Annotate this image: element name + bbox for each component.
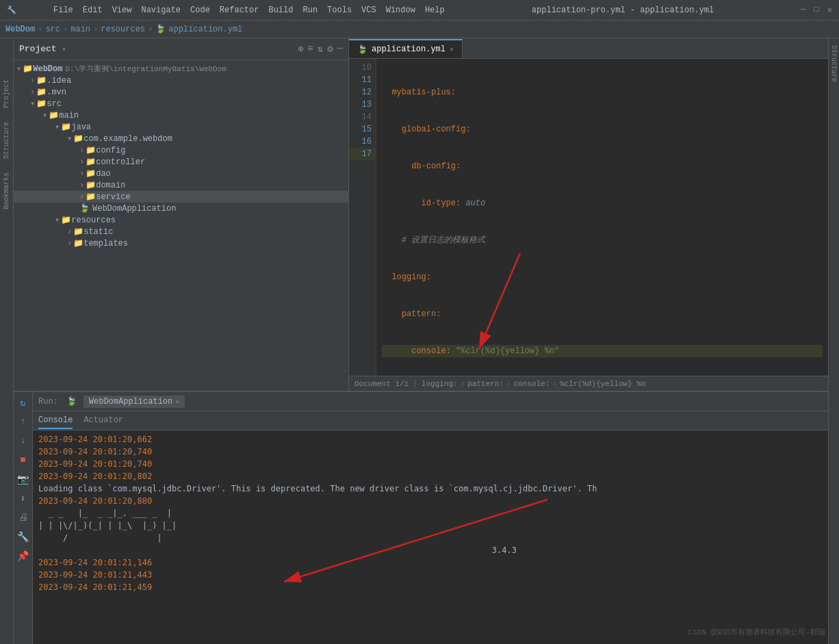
console-line-banner1: _ _ |_ _ _|_. ___ _ | [38, 507, 823, 519]
menu-edit[interactable]: Edit [83, 5, 103, 15]
code-text-12: db-config: [382, 160, 461, 172]
code-line-17: console: "%clr(%d){yellow} %n" [382, 345, 823, 357]
menu-code[interactable]: Code [190, 5, 210, 15]
main-folder-icon: 📁 [49, 110, 59, 120]
locate-file-icon[interactable]: ⊕ [298, 43, 303, 55]
run-tab-app-close[interactable]: ✕ [175, 398, 179, 406]
root-label: WebDom [33, 64, 62, 74]
line-numbers: 10 11 12 13 14 15 16 17 [349, 59, 376, 376]
tree-item-src[interactable]: ▾ 📁 src [14, 98, 348, 110]
tree-item-service[interactable]: › 📁 service [14, 191, 348, 203]
title-bar: 🔧 File Edit View Navigate Code Refactor … [0, 0, 839, 21]
tree-item-idea[interactable]: › 📁 .idea [14, 75, 348, 86]
sort-icon[interactable]: ⇅ [318, 43, 323, 55]
settings-icon[interactable]: ⚙ [327, 43, 333, 55]
breadcrumb-webdom[interactable]: WebDom [5, 25, 35, 34]
print-button[interactable]: 🖨 [16, 510, 31, 525]
idea-folder-icon: 📁 [36, 75, 47, 86]
console-line-13: 2023-09-24 20:01:21,146 [38, 556, 823, 569]
tree-item-dao[interactable]: › 📁 dao [14, 168, 348, 179]
console-tab-console[interactable]: Console [38, 413, 73, 429]
tree-root[interactable]: ▾ 📁 WebDom D:\学习案例\integrationMyBatis\We… [14, 63, 348, 75]
close-button[interactable]: ✕ [827, 5, 832, 15]
code-line-10: mybatis-plus: [382, 86, 823, 99]
screenshot-button[interactable]: 📷 [16, 472, 31, 487]
menu-vcs[interactable]: VCS [361, 5, 376, 15]
code-line-13: id-type: auto [382, 197, 823, 209]
menu-bar[interactable]: File Edit View Navigate Code Refactor Bu… [53, 5, 445, 15]
bookmarks-gutter-label[interactable]: Bookmarks [3, 172, 10, 209]
tree-item-java[interactable]: ▾ 📁 java [14, 121, 348, 133]
controller-label: controller [96, 157, 145, 167]
tree-item-templates[interactable]: › 📁 templates [14, 237, 348, 249]
config-expand-icon: › [79, 146, 84, 155]
tree-item-resources[interactable]: ▾ 📁 resources [14, 214, 348, 226]
line-num-12: 12 [349, 86, 376, 99]
domain-expand-icon: › [79, 181, 84, 190]
tree-item-app[interactable]: 🍃 WebDomApplication [14, 203, 348, 214]
scroll-down-button[interactable]: ↓ [16, 433, 31, 448]
scroll-up-button[interactable]: ↑ [16, 414, 31, 429]
menu-file[interactable]: File [53, 5, 73, 15]
menu-view[interactable]: View [112, 5, 132, 15]
console-tab-actuator[interactable]: Actuator [83, 413, 123, 429]
yml-tab-close[interactable]: ✕ [450, 45, 454, 53]
breadcrumb-sep-2: › [63, 25, 68, 34]
dao-expand-icon: › [79, 169, 84, 179]
java-collapse-icon: ▾ [55, 122, 60, 132]
menu-navigate[interactable]: Navigate [141, 5, 181, 15]
menu-tools[interactable]: Tools [327, 5, 352, 15]
src-collapse-icon: ▾ [30, 99, 35, 109]
stop-button[interactable]: ■ [16, 452, 31, 467]
package-folder-icon: 📁 [73, 133, 83, 144]
resources-folder-icon: 📁 [61, 215, 71, 225]
minimize-button[interactable]: ─ [801, 5, 805, 15]
root-path: D:\学习案例\integrationMyBatis\WebDom [65, 64, 226, 74]
console-line-2: 2023-09-24 20:01:20,740 [38, 458, 823, 470]
console-line-14: 2023-09-24 20:01:21,443 [38, 569, 823, 581]
static-expand-icon: › [67, 227, 72, 237]
tree-item-static[interactable]: › 📁 static [14, 226, 348, 237]
project-gutter-label[interactable]: Project [3, 79, 10, 108]
tree-item-controller[interactable]: › 📁 controller [14, 156, 348, 168]
collapse-all-icon[interactable]: ≡ [307, 43, 313, 55]
tree-item-domain[interactable]: › 📁 domain [14, 179, 348, 191]
menu-refactor[interactable]: Refactor [220, 5, 259, 15]
java-label: java [71, 123, 91, 132]
breadcrumb-resources[interactable]: resources [101, 25, 145, 34]
static-folder-icon: 📁 [73, 227, 83, 237]
rerun-button[interactable]: ↻ [16, 395, 31, 410]
menu-run[interactable]: Run [302, 5, 318, 15]
structure-gutter-label[interactable]: Structure [3, 122, 10, 159]
run-tab-app[interactable]: WebDomApplication ✕ [83, 396, 185, 408]
menu-build[interactable]: Build [268, 5, 293, 15]
run-tab-app-label: WebDomApplication [89, 397, 172, 407]
line-num-16: 16 [349, 136, 376, 148]
editor-tabs: 🍃 application.yml ✕ [349, 38, 828, 59]
wrench-button[interactable]: 🔧 [16, 529, 31, 544]
breadcrumb-filename[interactable]: application.yml [168, 25, 242, 34]
tree-item-package[interactable]: ▾ 📁 com.example.webdom [14, 133, 348, 144]
status-bar: Document 1/1 | logging: › pattern: › con… [349, 376, 828, 391]
breadcrumb-sep-4: › [148, 25, 153, 34]
pin-button[interactable]: 📌 [16, 548, 31, 563]
tree-item-config[interactable]: › 📁 config [14, 144, 348, 156]
tree-item-main[interactable]: ▾ 📁 main [14, 110, 348, 121]
editor-tab-yml[interactable]: 🍃 application.yml ✕ [349, 39, 463, 58]
import-button[interactable]: ⬇ [16, 491, 31, 506]
menu-window[interactable]: Window [386, 5, 415, 15]
breadcrumb-src[interactable]: src [45, 25, 60, 34]
dao-label: dao [96, 169, 111, 179]
tree-item-mvn[interactable]: › 📁 .mvn [14, 86, 348, 98]
code-content[interactable]: mybatis-plus: global-config: db-config: … [376, 59, 828, 376]
menu-help[interactable]: Help [425, 5, 445, 15]
structure-right-label[interactable]: Structure [830, 45, 838, 82]
project-dropdown-arrow[interactable]: ▾ [62, 45, 66, 53]
maximize-button[interactable]: □ [814, 5, 819, 15]
breadcrumb-main[interactable]: main [70, 25, 90, 34]
project-toolbar: Project ▾ ⊕ ≡ ⇅ ⚙ ─ [14, 38, 348, 60]
code-editor[interactable]: 10 11 12 13 14 15 16 17 mybatis-plus: [349, 59, 828, 376]
idea-expand-icon: › [30, 76, 35, 86]
console-output[interactable]: 2023-09-24 20:01:20,662 2023-09-24 20:01… [33, 430, 828, 644]
hide-panel-icon[interactable]: ─ [337, 43, 343, 55]
